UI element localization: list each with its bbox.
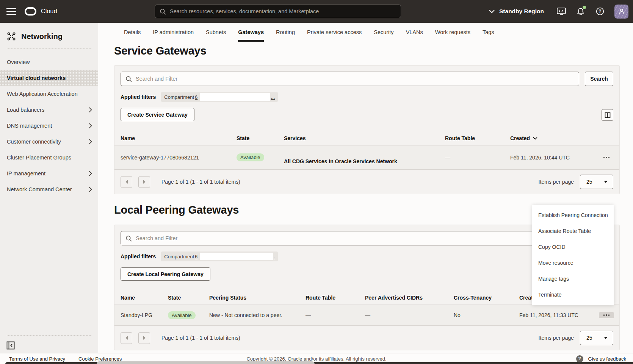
cookie-preferences-link[interactable]: Cookie Preferences xyxy=(78,356,122,362)
service-gateways-panel: Search Applied filters Compartment 6 ...… xyxy=(114,65,620,194)
columns-icon xyxy=(605,112,611,118)
page-info: Page 1 of 1 (1 - 1 of 1 total items) xyxy=(161,335,240,341)
sg-row-services: All CDG Services In Oracle Services Netw… xyxy=(284,158,445,169)
col-services[interactable]: Services xyxy=(284,135,445,141)
next-page-button[interactable] xyxy=(138,332,150,344)
local-peering-gateways-title: Local Peering Gateways xyxy=(114,204,239,216)
global-search[interactable] xyxy=(155,5,401,18)
menu-item-move-resource[interactable]: Move resource xyxy=(532,255,614,271)
svg-text:?: ? xyxy=(599,9,601,14)
items-per-page-select[interactable]: 25 xyxy=(580,175,613,189)
terms-link[interactable]: Terms of Use and Privacy xyxy=(9,356,65,362)
lpg-search-input[interactable] xyxy=(136,235,574,241)
sidebar: Networking Overview Virtual cloud networ… xyxy=(0,23,98,353)
sidebar-item-cluster-placement-groups[interactable]: Cluster Placement Groups xyxy=(0,150,98,166)
create-local-peering-gateway-button[interactable]: Create Local Peering Gateway xyxy=(121,267,210,281)
user-avatar[interactable] xyxy=(614,5,628,19)
bottom-toast-edge xyxy=(97,361,315,364)
create-service-gateway-button[interactable]: Create Service Gateway xyxy=(121,108,194,121)
col-name[interactable]: Name xyxy=(121,295,168,301)
question-icon[interactable]: ? xyxy=(576,355,583,362)
tab-gateways[interactable]: Gateways xyxy=(238,23,264,42)
next-page-button[interactable] xyxy=(138,176,150,188)
sg-search-input[interactable] xyxy=(136,76,574,82)
sidebar-item-network-command-center[interactable]: Network Command Center xyxy=(0,181,98,197)
redacted-text xyxy=(200,253,273,260)
cloud-shell-icon[interactable] xyxy=(556,6,566,16)
col-state[interactable]: State xyxy=(237,135,284,141)
chip-more-link[interactable]: ... xyxy=(271,94,275,100)
hamburger-menu-icon[interactable] xyxy=(6,8,16,15)
col-peer-advertised-cidrs[interactable]: Peer Advertised CIDRs xyxy=(365,295,454,301)
tab-tags[interactable]: Tags xyxy=(483,23,494,42)
sidebar-item-virtual-cloud-networks[interactable]: Virtual cloud networks xyxy=(0,70,98,86)
search-icon xyxy=(160,8,166,15)
page-info: Page 1 of 1 (1 - 1 of 1 total items) xyxy=(161,179,240,185)
menu-item-terminate[interactable]: Terminate xyxy=(532,287,614,303)
sg-columns-button[interactable] xyxy=(602,109,613,121)
prev-page-button[interactable] xyxy=(121,176,132,188)
sidebar-item-dns-management[interactable]: DNS management xyxy=(0,118,98,134)
topbar: Cloud Standby Region ? xyxy=(0,0,633,23)
sidebar-item-web-application-acceleration[interactable]: Web Application Acceleration xyxy=(0,86,98,102)
tab-vlans[interactable]: VLANs xyxy=(406,23,423,42)
lpg-search-filter[interactable] xyxy=(121,231,579,245)
tab-details[interactable]: Details xyxy=(124,23,141,42)
sidebar-item-customer-connectivity[interactable]: Customer connectivity xyxy=(0,134,98,150)
brand[interactable]: Cloud xyxy=(25,7,57,16)
status-badge: Available xyxy=(237,153,264,161)
sg-row-name[interactable]: service-gateway-1770806682121 xyxy=(121,155,237,161)
items-per-page-select[interactable]: 25 xyxy=(580,331,613,345)
chevron-right-icon xyxy=(89,171,92,176)
col-route-table[interactable]: Route Table xyxy=(445,135,510,141)
collapse-sidebar-icon[interactable] xyxy=(6,341,15,350)
sidebar-item-ip-management[interactable]: IP management xyxy=(0,166,98,181)
help-icon[interactable]: ? xyxy=(595,6,605,16)
tab-private-service-access[interactable]: Private service access xyxy=(307,23,362,42)
col-cross-tenancy[interactable]: Cross-Tenancy xyxy=(454,295,519,301)
sg-search-button[interactable]: Search xyxy=(585,72,613,86)
lpg-row-cross-tenancy: No xyxy=(454,312,519,318)
global-search-input[interactable] xyxy=(170,8,396,14)
lpg-table-row[interactable]: Standby-LPG Available New - Not connecte… xyxy=(114,305,619,326)
search-icon xyxy=(125,76,132,82)
lpg-row-name[interactable]: Standby-LPG xyxy=(121,312,168,318)
prev-page-button[interactable] xyxy=(121,332,132,344)
sg-compartment-filter-chip[interactable]: Compartment 6 ... xyxy=(161,92,278,102)
sg-table-row[interactable]: service-gateway-1770806682121 Available … xyxy=(114,145,619,170)
sg-search-filter[interactable] xyxy=(121,72,579,86)
sidebar-item-load-balancers[interactable]: Load balancers xyxy=(0,102,98,118)
next-page-icon xyxy=(143,336,146,340)
feedback-link[interactable]: Give us feedback xyxy=(588,356,626,362)
chevron-right-icon xyxy=(89,139,92,144)
sort-chevron-icon xyxy=(533,137,537,140)
chevron-down-icon xyxy=(489,9,495,13)
row-actions-context-menu: Establish Peering Connection Associate R… xyxy=(532,205,614,305)
col-peering-status[interactable]: Peering Status xyxy=(209,295,306,301)
chevron-right-icon xyxy=(89,123,92,128)
col-created[interactable]: Created xyxy=(510,135,599,141)
tab-work-requests[interactable]: Work requests xyxy=(435,23,470,42)
lpg-row-actions-ellipsis-icon[interactable] xyxy=(599,312,614,318)
menu-item-manage-tags[interactable]: Manage tags xyxy=(532,271,614,287)
region-selector[interactable]: Standby Region xyxy=(489,8,544,15)
notifications-bell-icon[interactable] xyxy=(576,6,586,16)
col-route-table[interactable]: Route Table xyxy=(306,295,365,301)
col-state[interactable]: State xyxy=(168,295,209,301)
col-name[interactable]: Name xyxy=(121,135,237,141)
items-per-page-label: Items per page xyxy=(539,179,574,185)
oracle-logo-icon xyxy=(25,7,36,16)
sg-row-actions-ellipsis-icon[interactable] xyxy=(599,155,614,161)
chip-more-link[interactable]: . xyxy=(274,254,275,259)
sidebar-item-overview[interactable]: Overview xyxy=(0,54,98,70)
lpg-compartment-filter-chip[interactable]: Compartment 6 . xyxy=(161,252,278,261)
menu-item-associate-route-table[interactable]: Associate Route Table xyxy=(532,223,614,239)
person-icon xyxy=(618,8,625,15)
menu-item-establish-peering-connection[interactable]: Establish Peering Connection xyxy=(532,207,614,223)
tab-security[interactable]: Security xyxy=(374,23,393,42)
product-name: Cloud xyxy=(41,8,57,15)
tab-subnets[interactable]: Subnets xyxy=(206,23,226,42)
tab-routing[interactable]: Routing xyxy=(276,23,295,42)
tab-ip-administration[interactable]: IP administration xyxy=(153,23,194,42)
menu-item-copy-ocid[interactable]: Copy OCID xyxy=(532,239,614,255)
